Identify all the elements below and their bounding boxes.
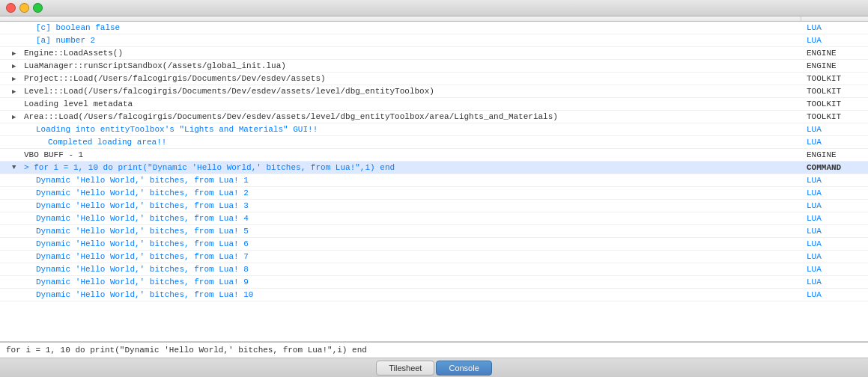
log-text: Dynamic 'Hello World,' bitches, from Lua… — [36, 290, 253, 299]
log-string-cell: Dynamic 'Hello World,' bitches, from Lua… — [0, 225, 801, 238]
log-source-cell: LUA — [801, 225, 868, 238]
log-string-cell: Completed loading area!! — [0, 136, 801, 149]
log-source-cell: LUA — [801, 263, 868, 276]
log-source-cell: LUA — [801, 174, 868, 187]
table-row: Dynamic 'Hello World,' bitches, from Lua… — [0, 212, 868, 225]
log-source-cell: LUA — [801, 238, 868, 251]
log-text: Dynamic 'Hello World,' bitches, from Lua… — [36, 278, 249, 286]
table-row: Dynamic 'Hello World,' bitches, from Lua… — [0, 238, 868, 251]
log-string-cell: Dynamic 'Hello World,' bitches, from Lua… — [0, 212, 801, 225]
table-row: ▶LuaManager::runScriptSandbox(/assets/gl… — [0, 60, 868, 73]
expand-arrow-icon[interactable]: ▶ — [12, 88, 21, 96]
log-string-cell: ▶LuaManager::runScriptSandbox(/assets/gl… — [0, 60, 801, 73]
log-text: Dynamic 'Hello World,' bitches, from Lua… — [36, 239, 249, 248]
table-row: Loading into entityToolbox's "Lights and… — [0, 123, 868, 136]
log-source-cell: LUA — [801, 34, 868, 47]
tab-console[interactable]: Console — [436, 361, 491, 376]
log-text: Dynamic 'Hello World,' bitches, from Lua… — [36, 176, 249, 185]
command-input[interactable] — [6, 346, 862, 355]
title-bar — [0, 0, 868, 16]
log-table-area[interactable]: [c] boolean falseLUA[a] number 2LUA▶Engi… — [0, 16, 868, 342]
source-column-header — [801, 16, 868, 22]
expand-arrow-icon[interactable]: ▶ — [12, 49, 21, 58]
log-text: Dynamic 'Hello World,' bitches, from Lua… — [36, 252, 249, 261]
log-string-cell: ▼> for i = 1, 10 do print("Dynamic 'Hell… — [0, 162, 801, 174]
maximize-button[interactable] — [33, 3, 43, 13]
log-text: [a] number 2 — [36, 36, 95, 45]
main-content: [c] boolean falseLUA[a] number 2LUA▶Engi… — [0, 16, 868, 377]
log-table: [c] boolean falseLUA[a] number 2LUA▶Engi… — [0, 16, 868, 301]
log-source-cell: TOOLKIT — [801, 98, 868, 111]
log-text: Completed loading area!! — [48, 138, 166, 147]
table-row: Dynamic 'Hello World,' bitches, from Lua… — [0, 276, 868, 289]
log-string-cell: Dynamic 'Hello World,' bitches, from Lua… — [0, 187, 801, 200]
log-string-cell: Loading into entityToolbox's "Lights and… — [0, 123, 801, 136]
log-source-cell: LUA — [801, 251, 868, 263]
log-source-cell: LUA — [801, 212, 868, 225]
table-row: Dynamic 'Hello World,' bitches, from Lua… — [0, 263, 868, 276]
log-text: Dynamic 'Hello World,' bitches, from Lua… — [36, 188, 249, 197]
log-string-cell: Dynamic 'Hello World,' bitches, from Lua… — [0, 251, 801, 263]
command-input-area[interactable] — [0, 342, 868, 358]
log-string-cell: Dynamic 'Hello World,' bitches, from Lua… — [0, 174, 801, 187]
log-source-cell: LUA — [801, 276, 868, 289]
expand-arrow-icon[interactable]: ▶ — [12, 113, 21, 121]
log-source-cell: TOOLKIT — [801, 85, 868, 98]
table-row: Dynamic 'Hello World,' bitches, from Lua… — [0, 251, 868, 263]
table-row: [c] boolean falseLUA — [0, 22, 868, 34]
table-row: Dynamic 'Hello World,' bitches, from Lua… — [0, 187, 868, 200]
log-source-cell: LUA — [801, 187, 868, 200]
minimize-button[interactable] — [19, 3, 29, 13]
table-row: [a] number 2LUA — [0, 34, 868, 47]
log-text: Project:::Load(/Users/falcogirgis/Docume… — [24, 74, 326, 83]
table-row: ▶Area:::Load(/Users/falcogirgis/Document… — [0, 111, 868, 123]
close-button[interactable] — [6, 3, 16, 13]
log-string-cell: ▶Project:::Load(/Users/falcogirgis/Docum… — [0, 73, 801, 85]
table-row: Dynamic 'Hello World,' bitches, from Lua… — [0, 200, 868, 212]
log-text: Loading level metadata — [24, 99, 133, 108]
tab-tilesheet[interactable]: Tilesheet — [376, 361, 434, 376]
string-column-header — [0, 16, 801, 22]
expand-arrow-icon[interactable]: ▶ — [12, 75, 21, 83]
log-source-cell: LUA — [801, 22, 868, 34]
log-text: Engine::LoadAssets() — [24, 49, 123, 58]
table-row: ▼> for i = 1, 10 do print("Dynamic 'Hell… — [0, 162, 868, 174]
log-string-cell: [c] boolean false — [0, 22, 801, 34]
log-string-cell: VBO BUFF - 1 — [0, 149, 801, 162]
log-source-cell: LUA — [801, 289, 868, 301]
table-row: Completed loading area!!LUA — [0, 136, 868, 149]
log-source-cell: COMMAND — [801, 162, 868, 174]
log-string-cell: [a] number 2 — [0, 34, 801, 47]
table-row: Dynamic 'Hello World,' bitches, from Lua… — [0, 174, 868, 187]
table-row: VBO BUFF - 1ENGINE — [0, 149, 868, 162]
log-string-cell: ▶Engine::LoadAssets() — [0, 47, 801, 60]
table-row: ▶Level:::Load(/Users/falcogirgis/Documen… — [0, 85, 868, 98]
log-source-cell: TOOLKIT — [801, 111, 868, 123]
log-text: Area:::Load(/Users/falcogirgis/Documents… — [24, 112, 558, 121]
table-row: Loading level metadataTOOLKIT — [0, 98, 868, 111]
table-row: Dynamic 'Hello World,' bitches, from Lua… — [0, 225, 868, 238]
table-row: Dynamic 'Hello World,' bitches, from Lua… — [0, 289, 868, 301]
expand-arrow-icon[interactable]: ▶ — [12, 62, 21, 70]
log-string-cell: Loading level metadata — [0, 98, 801, 111]
log-text: LuaManager::runScriptSandbox(/assets/glo… — [24, 61, 286, 70]
log-string-cell: Dynamic 'Hello World,' bitches, from Lua… — [0, 289, 801, 301]
expand-arrow-icon[interactable]: ▼ — [12, 164, 21, 171]
log-string-cell: Dynamic 'Hello World,' bitches, from Lua… — [0, 276, 801, 289]
log-text: Dynamic 'Hello World,' bitches, from Lua… — [36, 265, 249, 274]
log-text: Level:::Load(/Users/falcogirgis/Document… — [24, 87, 434, 96]
log-text: Dynamic 'Hello World,' bitches, from Lua… — [36, 227, 249, 236]
log-source-cell: ENGINE — [801, 60, 868, 73]
log-text: Dynamic 'Hello World,' bitches, from Lua… — [36, 201, 249, 210]
log-source-cell: LUA — [801, 136, 868, 149]
log-text: > for i = 1, 10 do print("Dynamic 'Hello… — [24, 163, 395, 172]
table-row: ▶Engine::LoadAssets()ENGINE — [0, 47, 868, 60]
log-string-cell: Dynamic 'Hello World,' bitches, from Lua… — [0, 238, 801, 251]
log-source-cell: ENGINE — [801, 47, 868, 60]
log-text: VBO BUFF - 1 — [24, 150, 83, 159]
log-source-cell: TOOLKIT — [801, 73, 868, 85]
log-string-cell: ▶Level:::Load(/Users/falcogirgis/Documen… — [0, 85, 801, 98]
window-controls[interactable] — [6, 3, 43, 13]
log-source-cell: LUA — [801, 200, 868, 212]
log-text: [c] boolean false — [36, 23, 120, 32]
